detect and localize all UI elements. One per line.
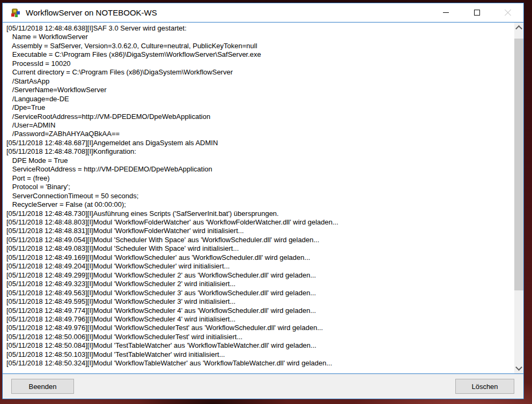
app-icon-green: [15, 14, 18, 17]
log-line: [05/11/2018 12:48:49.595][I]Modul 'Workf…: [6, 297, 514, 306]
app-icon-yellow: [13, 10, 16, 12]
minimize-icon: [443, 12, 449, 13]
log-line: [05/11/2018 12:48:49.169][I]Modul 'Workf…: [6, 253, 514, 262]
close-button[interactable]: [492, 3, 523, 22]
minimize-button[interactable]: [430, 3, 461, 22]
log-line: /ServiceRootAddress=http://VM-DPEDEMO/Dp…: [6, 113, 514, 121]
log-line: [05/11/2018 12:48:48.803][I]Modul 'Workf…: [6, 218, 514, 227]
maximize-icon: [474, 10, 480, 16]
log-line: [05/11/2018 12:48:49.774][I]Modul 'Workf…: [6, 306, 514, 315]
log-line: Assembly = SafServer, Version=3.0.62.0, …: [6, 42, 514, 50]
log-line: RecycleServer = False (at 00:00:00);: [6, 200, 514, 209]
log-line: [05/11/2018 12:48:49.083][I]Modul 'Sched…: [6, 244, 514, 253]
quit-button[interactable]: Beenden: [11, 379, 74, 394]
log-line: [05/11/2018 12:48:50.006][I]Modul 'Workf…: [6, 333, 514, 341]
chevron-down-icon: [515, 364, 522, 371]
log-line: /User=ADMIN: [6, 121, 514, 130]
log-line: [05/11/2018 12:48:48.687][I]Angemeldet a…: [6, 139, 514, 147]
scroll-down-button[interactable]: [514, 364, 523, 373]
log-line: [05/11/2018 12:48:50.103][I]Modul 'TestT…: [6, 350, 514, 359]
chevron-up-icon: [515, 25, 522, 32]
app-window: WorkflowServer on NOTEBOOK-WS [05/11/201…: [2, 3, 524, 399]
scrollbar-thumb[interactable]: [514, 39, 523, 290]
title-bar[interactable]: WorkflowServer on NOTEBOOK-WS: [3, 3, 523, 22]
log-line: [05/11/2018 12:48:49.563][I]Modul 'Workf…: [6, 289, 514, 297]
log-line: [05/11/2018 12:48:50.324][I]Modul 'Workf…: [6, 359, 514, 368]
log-line: /Dpe=True: [6, 103, 514, 112]
log-lines: [05/11/2018 12:48:48.638][I]SAF 3.0 Serv…: [3, 23, 514, 373]
log-line: [05/11/2018 12:48:48.831][I]Modul 'Workf…: [6, 227, 514, 235]
log-line: ServerConnectionTimeout = 50 seconds;: [6, 192, 514, 200]
app-icon: [11, 8, 20, 17]
window-title: WorkflowServer on NOTEBOOK-WS: [26, 8, 157, 17]
log-line: /ServerName=WorkflowServer: [6, 86, 514, 94]
log-line: /Password=ZABhAHYAaQBkAA==: [6, 130, 514, 138]
log-line: [05/11/2018 12:48:49.796][I]Modul 'Workf…: [6, 315, 514, 324]
log-line: Current directory = C:\Program Files (x8…: [6, 68, 514, 77]
clear-button[interactable]: Löschen: [455, 379, 514, 394]
window-controls: [430, 3, 523, 22]
log-line: /Language=de-DE: [6, 95, 514, 103]
log-line: [05/11/2018 12:48:49.323][I]Modul 'Workf…: [6, 280, 514, 288]
log-line: /StartAsApp: [6, 77, 514, 86]
log-line: [05/11/2018 12:48:49.299][I]Modul 'Workf…: [6, 271, 514, 280]
log-line: Port = (free): [6, 174, 514, 183]
close-icon: [504, 9, 512, 17]
log-line: ServiceRootAddress = http://VM-DPEDEMO/D…: [6, 165, 514, 174]
log-line: ProcessId = 10020: [6, 59, 514, 68]
app-icon-red: [11, 13, 14, 17]
log-line: [05/11/2018 12:48:48.708][I]Konfiguratio…: [6, 147, 514, 156]
app-icon-blue: [17, 11, 20, 14]
log-line: [05/11/2018 12:48:49.054][I]Modul 'Sched…: [6, 236, 514, 244]
log-line: Executable = C:\Program Files (x86)\Diga…: [6, 50, 514, 59]
log-line: Name = WorkflowServer: [6, 33, 514, 41]
log-line: [05/11/2018 12:48:49.204][I]Modul 'Workf…: [6, 262, 514, 271]
log-line: DPE Mode = True: [6, 156, 514, 165]
footer-panel: Beenden Löschen: [3, 374, 523, 399]
maximize-button[interactable]: [461, 3, 492, 22]
log-line: [05/11/2018 12:48:48.730][I]Ausführung e…: [6, 210, 514, 218]
log-line: [05/11/2018 12:48:48.638][I]SAF 3.0 Serv…: [6, 24, 514, 33]
log-output[interactable]: [05/11/2018 12:48:48.638][I]SAF 3.0 Serv…: [3, 22, 523, 374]
vertical-scrollbar[interactable]: [514, 23, 523, 373]
log-line: Protocol = 'Binary';: [6, 183, 514, 191]
log-line: [05/11/2018 12:48:49.976][I]Modul 'Workf…: [6, 324, 514, 332]
scroll-up-button[interactable]: [514, 23, 523, 32]
log-line: [05/11/2018 12:48:50.084][I]Modul 'TestT…: [6, 341, 514, 350]
